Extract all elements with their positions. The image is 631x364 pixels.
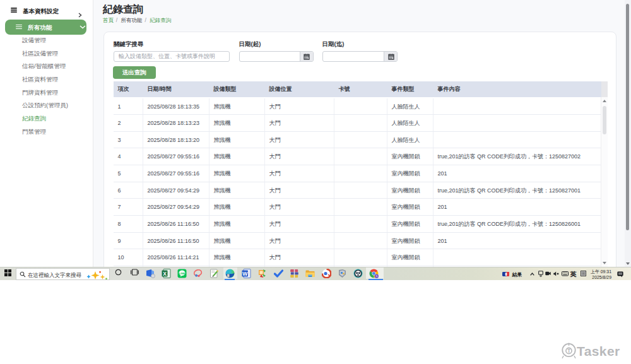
svg-text:T: T bbox=[567, 348, 570, 354]
svg-text:X: X bbox=[163, 271, 167, 277]
svg-text:LINE: LINE bbox=[179, 272, 185, 275]
svg-text:W: W bbox=[242, 271, 248, 277]
